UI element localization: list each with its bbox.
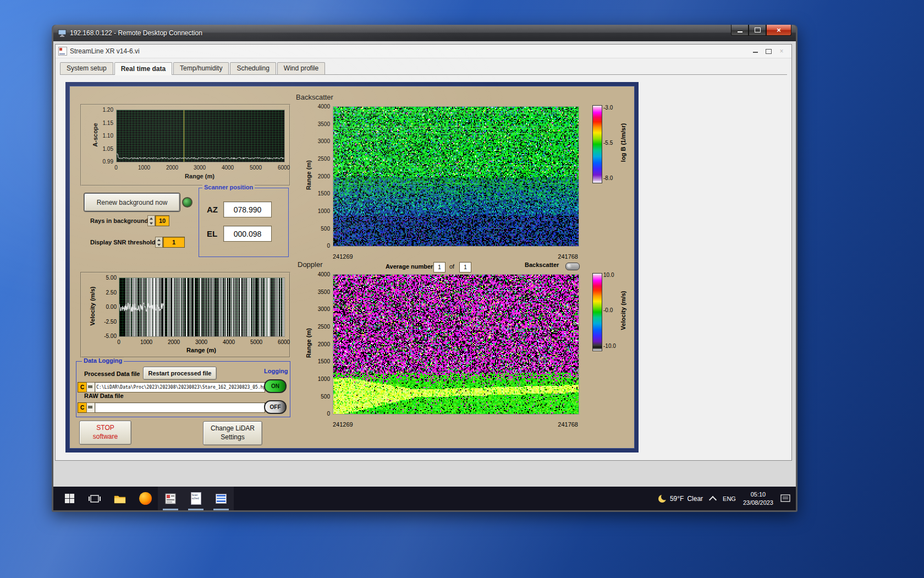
y-tick: 1.20 [95,107,113,113]
spin-down-icon[interactable] [157,244,161,246]
firefox-button[interactable] [133,487,158,510]
y-tick: 2000 [310,173,330,179]
tab-wind-profile[interactable]: Wind profile [277,62,325,74]
restart-processed-file-button[interactable]: Restart processed file [143,367,217,380]
y-tick: -2.50 [97,319,117,325]
desktop-wallpaper: 192.168.0.122 - Remote Desktop Connectio… [0,0,924,578]
x-tick: 1000 [135,339,157,345]
x-start-label: 241269 [333,421,353,428]
snr-value-field[interactable]: 1 [163,237,185,248]
of-label: of [449,263,454,270]
tab-real-time-data[interactable]: Real time data [114,62,172,75]
processed-logging-toggle[interactable]: ON [264,379,287,393]
app-window-title: StreamLine XR v14-6.vi [70,47,140,55]
data-logging-title: Data Logging [82,357,124,364]
el-value-field[interactable]: 000.098 [223,226,272,242]
maximize-icon [755,28,761,32]
raw-drive-box[interactable]: C [78,402,87,413]
list-window-icon [216,494,227,504]
backscatter-heatmap-canvas [333,106,579,247]
task-view-icon [89,494,101,503]
spin-down-icon[interactable] [150,222,153,225]
tab-system-setup[interactable]: System setup [60,62,113,74]
y-tick: 1500 [310,190,330,197]
raw-path-field[interactable] [95,402,265,413]
weather-widget[interactable]: 59°F Clear [658,494,703,503]
moon-icon [658,494,667,503]
task-view-button[interactable] [82,487,107,510]
clock-time: 05:10 [751,491,766,498]
minimize-icon [738,31,743,32]
rdp-window-title: 192.168.0.122 - Remote Desktop Connectio… [70,29,796,37]
velocity-y-axis-label: Velocity (m/s) [89,276,96,336]
average-total-field[interactable]: 1 [459,262,471,272]
backscatter-section-title: Backscatter [296,93,333,101]
x-tick: 6000 [273,339,295,345]
taskbar: Scan sched 59°F Clear ENG 05:10 [53,487,796,510]
scan-schedule-taskbar-button[interactable]: Scan sched [183,487,208,510]
x-tick: 5000 [245,165,267,171]
processed-path-field[interactable]: C:\LiDAR\Data\Proc\2023\202308\20230823\… [95,382,265,392]
y-tick: 500 [310,226,330,232]
rdp-close-button[interactable]: × [766,25,791,36]
scanner-position-group: Scanner position AZ 078.990 EL 000.098 [199,188,289,257]
browse-icon[interactable] [86,402,95,413]
tray-chevron-icon[interactable] [709,495,717,503]
minimize-icon [753,52,758,53]
change-lidar-settings-button[interactable]: Change LiDAR Settings [203,421,262,445]
app-restore-button[interactable] [763,47,774,56]
start-button[interactable] [57,487,82,510]
az-label: AZ [207,205,218,214]
y-tick: 0.99 [95,159,113,165]
average-number-label: Average number [386,263,433,270]
rays-spinner[interactable] [147,215,155,226]
y-tick: 1.15 [95,120,113,126]
file-explorer-button[interactable] [107,487,133,510]
app-minimize-button[interactable] [750,47,761,56]
app-close-button[interactable]: × [776,47,787,56]
notification-icon[interactable] [780,494,790,503]
rays-value-field[interactable]: 10 [155,215,169,226]
processed-drive-box[interactable]: C [78,382,87,392]
raw-logging-toggle[interactable]: OFF [264,400,287,414]
weather-condition: Clear [687,495,703,503]
stop-software-button[interactable]: STOP software [79,421,131,445]
app-titlebar[interactable]: StreamLine XR v14-6.vi × [56,45,791,58]
spin-up-icon[interactable] [157,239,161,241]
language-indicator[interactable]: ENG [723,495,736,502]
x-tick: 3000 [189,165,211,171]
restore-icon [766,49,772,54]
streamline-app-window: StreamLine XR v14-6.vi × System setup Re… [55,44,792,461]
rdp-titlebar[interactable]: 192.168.0.122 - Remote Desktop Connectio… [53,25,796,41]
rdp-maximize-button[interactable] [749,25,766,36]
y-tick: 0 [310,411,330,417]
x-tick: 3000 [190,339,212,345]
el-label: EL [207,229,217,238]
log-viewer-taskbar-button[interactable] [208,487,234,510]
doppler-y-axis-label: Range (m) [305,324,312,362]
tab-temp-humidity[interactable]: Temp/humidity [173,62,229,74]
backscatter-toggle-switch[interactable] [565,263,580,270]
y-tick: 2.50 [97,290,117,296]
tab-scheduling[interactable]: Scheduling [230,62,276,74]
rdp-minimize-button[interactable] [731,25,749,36]
backscatter-plot-block: Range (m) 4000 3500 3000 2500 2000 1500 … [295,101,635,268]
taskbar-clock[interactable]: 05:10 23/08/2023 [743,490,773,507]
snr-spinner[interactable] [155,237,163,248]
spin-up-icon[interactable] [150,217,153,220]
average-number-field[interactable]: 1 [433,262,446,272]
renew-background-button[interactable]: Renew background now [84,193,180,211]
document-icon: Scan sched [191,492,201,505]
snr-threshold-label: Display SNR threshold [90,239,156,246]
tab-bar: System setup Real time data Temp/humidit… [60,61,787,75]
x-tick: 4000 [218,339,240,345]
browse-icon[interactable] [86,382,95,392]
doppler-section-title: Doppler [298,260,323,269]
streamline-app-taskbar-button[interactable] [158,487,183,510]
raw-file-label: RAW Data file [84,392,124,399]
doppler-plot-block: Range (m) 4000 3500 3000 2500 2000 1500 … [295,269,635,435]
clock-date: 23/08/2023 [743,499,773,506]
backscatter-colorbar [592,105,602,183]
az-value-field[interactable]: 078.990 [223,201,272,217]
firefox-icon [139,492,152,505]
